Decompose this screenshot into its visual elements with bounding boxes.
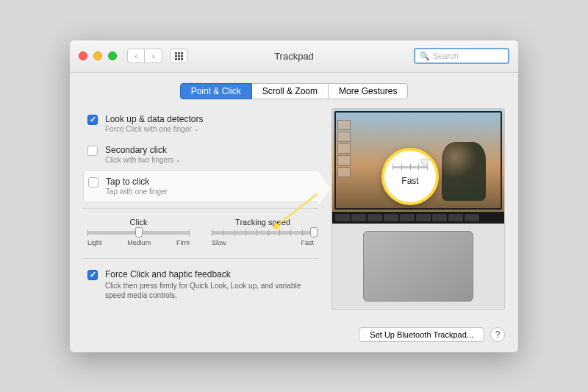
callout-bubble: Fast — [381, 148, 439, 205]
click-mark-medium: Medium — [127, 239, 151, 246]
tab-scroll-zoom[interactable]: Scroll & Zoom — [252, 83, 329, 99]
secondary-dropdown[interactable]: Click with two fingers⌄ — [105, 156, 181, 164]
tab-bar: Point & Click Scroll & Zoom More Gesture… — [70, 73, 518, 108]
tracking-slider-thumb[interactable] — [310, 227, 318, 238]
preview-panel: Fast — [331, 108, 505, 310]
chevron-down-icon: ⌄ — [194, 126, 199, 132]
tracking-slider-label: Tracking speed — [212, 218, 314, 227]
click-slider-thumb[interactable] — [135, 227, 143, 238]
back-button[interactable]: ‹ — [127, 49, 145, 63]
force-click-desc: Click then press firmly for Quick Look, … — [105, 281, 314, 300]
lookup-checkbox[interactable] — [87, 115, 98, 125]
tap-subtitle: Tap with one finger — [106, 188, 168, 196]
callout-label: Fast — [401, 176, 418, 186]
callout-thumb-icon — [420, 160, 429, 167]
minimize-button[interactable] — [93, 51, 102, 60]
content-area: Look up & data detectors Force Click wit… — [70, 108, 518, 320]
click-slider[interactable] — [87, 231, 190, 235]
click-slider-group: Click Light Medium Firm — [87, 218, 190, 246]
search-placeholder: Search — [433, 51, 459, 60]
option-tap: Tap to click Tap with one finger — [83, 170, 318, 202]
forward-button[interactable]: › — [145, 49, 162, 63]
lookup-dropdown[interactable]: Force Click with one finger⌄ — [105, 125, 203, 133]
option-secondary: Secondary click Click with two fingers⌄ — [83, 139, 318, 170]
force-click-checkbox[interactable] — [87, 270, 98, 280]
traffic-lights — [79, 51, 117, 60]
titlebar: ‹ › Trackpad 🔍 Search — [70, 40, 518, 73]
window-title: Trackpad — [274, 51, 314, 62]
option-force-click: Force Click and haptic feedback Click th… — [83, 259, 318, 300]
help-button[interactable]: ? — [490, 327, 505, 342]
tracking-mark-fast: Fast — [301, 239, 314, 246]
footer: Set Up Bluetooth Trackpad... ? — [70, 320, 518, 352]
preview-trackpad-area — [332, 224, 504, 309]
maximize-button[interactable] — [108, 51, 117, 60]
tab-point-click[interactable]: Point & Click — [180, 83, 252, 99]
secondary-title: Secondary click — [105, 145, 181, 155]
secondary-checkbox[interactable] — [87, 146, 98, 156]
grid-icon — [175, 52, 183, 60]
search-icon: 🔍 — [420, 51, 430, 61]
setup-bluetooth-button[interactable]: Set Up Bluetooth Trackpad... — [359, 327, 484, 342]
nav-buttons: ‹ › — [127, 49, 162, 63]
callout-anchor-dot — [273, 224, 279, 229]
tracking-mark-slow: Slow — [212, 239, 226, 246]
chevron-left-icon: ‹ — [135, 51, 137, 60]
lookup-title: Look up & data detectors — [105, 114, 203, 124]
tab-more-gestures[interactable]: More Gestures — [329, 83, 408, 99]
trackpad-preview — [331, 108, 505, 310]
force-click-title: Force Click and haptic feedback — [105, 269, 314, 279]
option-lookup: Look up & data detectors Force Click wit… — [83, 108, 318, 139]
callout-slider — [392, 166, 428, 168]
tracking-slider-group: Tracking speed Slow Fast — [212, 218, 314, 246]
preview-touchbar — [332, 212, 504, 224]
tap-checkbox[interactable] — [88, 177, 98, 188]
show-all-button[interactable] — [170, 49, 187, 63]
click-mark-firm: Firm — [176, 239, 190, 246]
tap-title: Tap to click — [106, 177, 168, 187]
click-slider-label: Click — [87, 218, 190, 227]
close-button[interactable] — [79, 51, 87, 60]
chevron-down-icon: ⌄ — [176, 157, 181, 163]
chevron-right-icon: › — [152, 51, 155, 60]
options-panel: Look up & data detectors Force Click wit… — [83, 108, 318, 310]
preview-trackpad — [363, 231, 473, 302]
preferences-window: ‹ › Trackpad 🔍 Search Point & Click Scro… — [70, 40, 518, 352]
tracking-slider[interactable] — [212, 231, 314, 235]
click-mark-light: Light — [87, 239, 102, 246]
search-input[interactable]: 🔍 Search — [414, 48, 509, 64]
sliders-row: Click Light Medium Firm Tracking speed — [83, 208, 318, 259]
